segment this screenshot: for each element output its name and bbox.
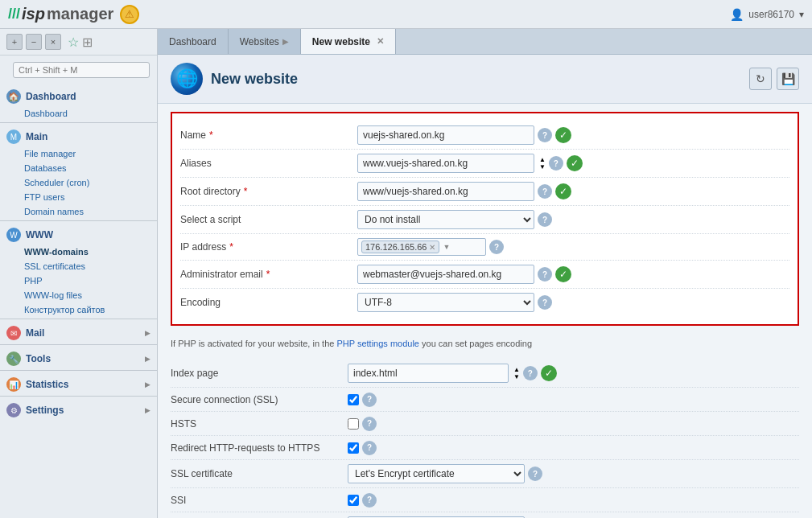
- divider-4: [0, 344, 157, 345]
- sidebar-close-btn[interactable]: ×: [45, 34, 61, 50]
- form-row-index: Index page ▲ ▼ ? ✓: [171, 360, 799, 388]
- topbar-left: /// ispmanager ⚠: [8, 5, 139, 24]
- form-bordered-section: Name* ? ✓ Aliases: [158, 104, 812, 360]
- sidebar-item-php[interactable]: PHP: [0, 273, 157, 288]
- tab-new-website-label: New website: [312, 36, 370, 47]
- checkbox-ssi[interactable]: [348, 495, 359, 506]
- label-rootdir: Root directory*: [180, 186, 357, 197]
- sidebar-section-mail-label: Mail: [26, 327, 44, 339]
- sidebar-item-databases[interactable]: Databases: [0, 161, 157, 175]
- control-ssl-cert: Let's Encrypt certificate ?: [348, 464, 799, 483]
- index-up-btn[interactable]: ▲: [513, 367, 520, 373]
- sidebar-section-main[interactable]: M Main: [0, 125, 157, 146]
- sidebar-collapse-btn[interactable]: −: [26, 34, 42, 50]
- input-name[interactable]: [357, 125, 534, 145]
- divider-6: [0, 396, 157, 397]
- ip-value: 176.126.165.66: [365, 242, 427, 252]
- sidebar-section-tools-label: Tools: [26, 353, 51, 364]
- info-hsts[interactable]: ?: [362, 417, 377, 431]
- sidebar-item-ssl-certs[interactable]: SSL certificates: [0, 259, 157, 273]
- divider-1: [0, 122, 157, 123]
- sidebar-section-dashboard[interactable]: 🏠 Dashboard: [0, 84, 157, 106]
- info-ssl-cert[interactable]: ?: [528, 467, 542, 481]
- sidebar-item-domains[interactable]: Domain names: [0, 204, 157, 219]
- select-encoding[interactable]: UTF-8: [357, 293, 534, 312]
- info-index[interactable]: ?: [523, 366, 538, 380]
- info-ssi[interactable]: ?: [362, 493, 377, 508]
- stats-chevron: ▶: [145, 380, 150, 388]
- label-aliases: Aliases: [180, 158, 357, 169]
- form-row-email: Administrator email* ? ✓: [180, 261, 789, 289]
- tab-websites[interactable]: Websites ▶: [229, 29, 301, 54]
- label-ssi: SSI: [171, 495, 348, 506]
- sidebar-item-constructor[interactable]: Конструктор сайтов: [0, 302, 157, 317]
- info-ssl[interactable]: ?: [362, 393, 377, 407]
- save-button[interactable]: 💾: [777, 68, 799, 90]
- control-name: ? ✓: [357, 125, 789, 145]
- info-email[interactable]: ?: [538, 267, 552, 282]
- input-aliases[interactable]: [357, 154, 534, 173]
- select-ssl-cert[interactable]: Let's Encrypt certificate: [348, 464, 525, 483]
- required-star-name: *: [209, 130, 213, 141]
- tab-new-website[interactable]: New website ✕: [301, 29, 396, 54]
- ip-remove-btn[interactable]: ✕: [429, 243, 435, 252]
- checkbox-redirect[interactable]: [348, 442, 359, 454]
- input-index[interactable]: [348, 364, 509, 383]
- input-rootdir[interactable]: [357, 182, 534, 201]
- ip-dropdown-btn[interactable]: ▼: [443, 243, 450, 251]
- sidebar-section-www[interactable]: W WWW: [0, 223, 157, 245]
- input-email[interactable]: [357, 265, 534, 284]
- sidebar-section-settings[interactable]: ⚙ Settings ▶: [0, 398, 157, 420]
- form-row-script: Select a script Do not install ?: [180, 206, 789, 234]
- form-border: Name* ? ✓ Aliases: [171, 112, 799, 326]
- content-header: 🌐 New website ↻ 💾: [158, 55, 812, 104]
- sidebar-section-tools[interactable]: 🔧 Tools ▶: [0, 347, 157, 368]
- logo: /// ispmanager: [8, 5, 113, 23]
- index-down-btn[interactable]: ▼: [513, 374, 520, 380]
- php-settings-link[interactable]: PHP settings module: [336, 339, 419, 348]
- sidebar-item-ftp[interactable]: FTP users: [0, 190, 157, 204]
- sidebar-section-main-label: Main: [26, 131, 47, 142]
- sidebar-item-filemanager[interactable]: File manager: [0, 146, 157, 161]
- label-encoding: Encoding: [180, 297, 357, 308]
- sidebar-icons2: ⊞: [82, 35, 93, 50]
- sidebar-add-btn[interactable]: +: [6, 34, 23, 50]
- tab-dashboard[interactable]: Dashboard: [158, 29, 229, 54]
- main-layout: + − × ☆ ⊞ 🏠 Dashboard Dashboard M Main F…: [0, 29, 812, 518]
- sidebar-item-cron[interactable]: Scheduler (cron): [0, 175, 157, 190]
- tab-websites-arrow: ▶: [282, 37, 289, 46]
- control-script: Do not install ?: [357, 210, 789, 229]
- check-name: ✓: [555, 127, 571, 143]
- tab-new-website-close[interactable]: ✕: [377, 36, 384, 47]
- aliases-down-btn[interactable]: ▼: [539, 164, 546, 171]
- topbar: /// ispmanager ⚠ 👤 user86170 ▾: [0, 0, 812, 29]
- warning-icon[interactable]: ⚠: [120, 5, 139, 24]
- checkbox-hsts[interactable]: [348, 418, 359, 430]
- divider-3: [0, 319, 157, 319]
- control-aliases: ▲ ▼ ? ✓: [357, 154, 789, 173]
- mail-chevron: ▶: [145, 329, 150, 337]
- control-encoding: UTF-8 ?: [357, 293, 789, 312]
- info-ip[interactable]: ?: [489, 240, 504, 254]
- select-script[interactable]: Do not install: [357, 210, 534, 229]
- info-aliases[interactable]: ?: [549, 156, 563, 171]
- checkbox-ssl[interactable]: [348, 394, 359, 405]
- info-encoding[interactable]: ?: [538, 295, 552, 310]
- sidebar-item-www-domains[interactable]: WWW-domains: [0, 245, 157, 259]
- info-rootdir[interactable]: ?: [538, 184, 552, 199]
- refresh-button[interactable]: ↻: [749, 68, 772, 90]
- sidebar-section-statistics[interactable]: 📊 Statistics ▶: [0, 372, 157, 394]
- info-name[interactable]: ?: [538, 128, 552, 142]
- sidebar-item-www-logs[interactable]: WWW-log files: [0, 288, 157, 302]
- page-globe-icon: 🌐: [171, 63, 203, 95]
- info-redirect[interactable]: ?: [362, 441, 377, 455]
- info-script[interactable]: ?: [538, 212, 552, 227]
- sidebar-item-dashboard[interactable]: Dashboard: [0, 106, 157, 121]
- user-chevron[interactable]: ▾: [799, 9, 804, 20]
- sidebar-search-input[interactable]: [13, 62, 150, 78]
- required-star-email: *: [266, 269, 270, 280]
- user-icon: 👤: [730, 8, 744, 21]
- mail-icon: ✉: [6, 326, 21, 340]
- sidebar-section-mail[interactable]: ✉ Mail ▶: [0, 321, 157, 343]
- aliases-up-btn[interactable]: ▲: [539, 157, 546, 163]
